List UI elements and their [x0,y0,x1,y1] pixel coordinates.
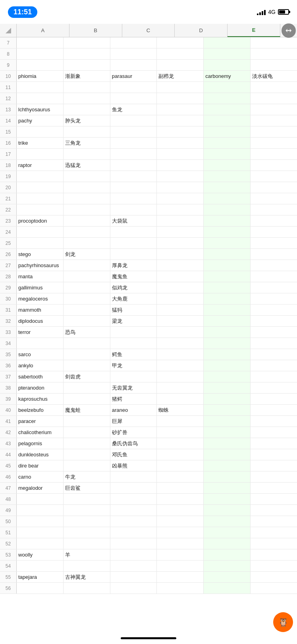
cell-col-a[interactable]: terror [17,327,64,338]
cell-col-e[interactable] [204,115,251,126]
cell-col-e[interactable] [204,394,251,404]
cell-col-b[interactable] [64,349,110,360]
cell-col-f[interactable] [251,505,297,516]
cell-col-a[interactable]: megalodor [17,483,64,493]
cell-col-f[interactable] [251,427,297,438]
cell-col-c[interactable]: 巨犀 [110,416,157,427]
cell-col-d[interactable]: 蜘蛛 [157,405,204,415]
cell-col-e[interactable] [204,483,251,493]
cell-col-c[interactable]: araneo [110,405,157,415]
cell-col-b[interactable] [64,260,110,271]
cell-col-c[interactable] [110,549,157,560]
cell-col-d[interactable] [157,483,204,493]
cell-col-f[interactable] [251,82,297,93]
cell-col-f[interactable] [251,115,297,126]
cell-col-b[interactable] [64,282,110,293]
cell-col-d[interactable] [157,215,204,226]
cell-col-a[interactable]: dunkleosteus [17,449,64,460]
cell-col-e[interactable] [204,227,251,237]
cell-col-d[interactable] [157,37,204,48]
cell-col-a[interactable] [17,204,64,215]
cell-col-d[interactable] [157,494,204,504]
cell-col-e[interactable] [204,561,251,571]
cell-col-b[interactable] [64,37,110,48]
cell-col-c[interactable]: parasaur [110,71,157,81]
cell-col-b[interactable] [64,93,110,104]
cell-col-e[interactable] [204,249,251,260]
cell-col-f[interactable] [251,394,297,404]
cell-col-a[interactable]: carno [17,471,64,482]
cell-col-a[interactable] [17,48,64,59]
expand-circle-icon[interactable]: ⤢ [282,23,296,38]
cell-col-e[interactable] [204,60,251,70]
cell-col-e[interactable] [204,360,251,371]
cell-col-e[interactable] [204,293,251,304]
cell-col-e[interactable] [204,215,251,226]
cell-col-a[interactable]: ankylo [17,360,64,371]
cell-col-b[interactable] [64,293,110,304]
cell-col-b[interactable] [64,360,110,371]
cell-col-a[interactable]: pelagornis [17,438,64,449]
cell-col-f[interactable] [251,316,297,326]
cell-col-c[interactable] [110,227,157,237]
cell-col-d[interactable] [157,427,204,438]
cell-col-c[interactable] [110,327,157,338]
cell-col-c[interactable] [110,60,157,70]
cell-col-a[interactable]: diplodocus [17,316,64,326]
cell-col-e[interactable] [204,371,251,382]
cell-col-c[interactable]: 桑氏伪齿鸟 [110,438,157,449]
cell-col-b[interactable]: 羊 [64,549,110,560]
cell-col-b[interactable] [64,516,110,527]
cell-col-e[interactable] [204,382,251,393]
cell-col-e[interactable] [204,416,251,427]
cell-col-f[interactable] [251,182,297,193]
cell-col-d[interactable] [157,583,204,594]
cell-col-f[interactable] [251,249,297,260]
cell-col-b[interactable] [64,193,110,204]
cell-col-d[interactable] [157,204,204,215]
cell-col-b[interactable] [64,561,110,571]
cell-col-c[interactable]: 无齿翼龙 [110,382,157,393]
cell-col-a[interactable]: kaprosuchus [17,394,64,404]
cell-col-b[interactable]: 巨齿鲨 [64,483,110,493]
cell-col-b[interactable] [64,438,110,449]
cell-col-f[interactable] [251,227,297,237]
cell-col-d[interactable] [157,282,204,293]
cell-col-c[interactable] [110,538,157,549]
cell-col-b[interactable] [64,538,110,549]
col-header-a[interactable]: A [17,24,69,37]
cell-col-b[interactable] [64,494,110,504]
cell-col-c[interactable]: 大角鹿 [110,293,157,304]
cell-col-d[interactable] [157,138,204,148]
cell-col-c[interactable] [110,471,157,482]
cell-col-a[interactable] [17,182,64,193]
cell-col-d[interactable] [157,394,204,404]
cell-col-d[interactable] [157,471,204,482]
cell-col-d[interactable] [157,572,204,582]
cell-col-a[interactable]: sabertooth [17,371,64,382]
cell-col-b[interactable] [64,583,110,594]
cell-col-c[interactable]: 鱼龙 [110,104,157,115]
cell-col-d[interactable] [157,182,204,193]
cell-col-a[interactable] [17,516,64,527]
cell-col-b[interactable]: 迅猛龙 [64,160,110,171]
cell-col-d[interactable] [157,338,204,349]
cell-col-f[interactable] [251,382,297,393]
cell-col-b[interactable] [64,394,110,404]
cell-col-c[interactable] [110,160,157,171]
cell-col-f[interactable] [251,160,297,171]
cell-col-b[interactable] [64,171,110,182]
cell-col-a[interactable] [17,171,64,182]
cell-col-e[interactable] [204,126,251,137]
cell-col-a[interactable] [17,149,64,159]
cell-col-f[interactable] [251,338,297,349]
cell-col-e[interactable] [204,282,251,293]
cell-col-e[interactable] [204,271,251,282]
cell-col-d[interactable] [157,249,204,260]
cell-col-d[interactable] [157,561,204,571]
cell-col-f[interactable] [251,438,297,449]
cell-col-d[interactable] [157,416,204,427]
cell-col-c[interactable] [110,505,157,516]
cell-col-a[interactable]: dire bear [17,460,64,471]
cell-col-c[interactable] [110,204,157,215]
